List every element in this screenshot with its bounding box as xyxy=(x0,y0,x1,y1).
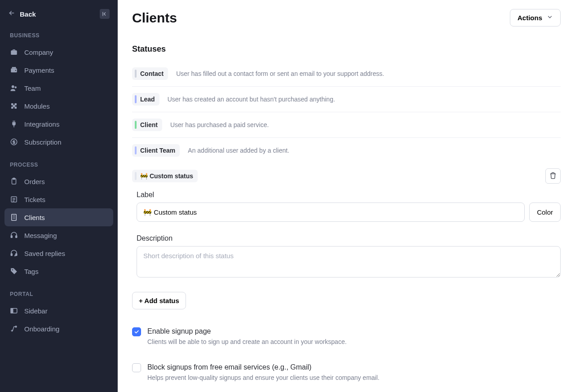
svg-point-15 xyxy=(12,269,13,270)
sidebar-item-label: Messaging xyxy=(24,232,57,239)
route-icon xyxy=(10,325,18,333)
svg-rect-12 xyxy=(16,236,17,238)
color-picker-button[interactable]: Color xyxy=(529,203,561,222)
sidebar-item-label: Onboarding xyxy=(24,325,59,333)
back-label: Back xyxy=(20,10,36,18)
sidebar-item-subscription[interactable]: Subscription xyxy=(4,133,113,151)
sidebar-section-header: BUSINESS xyxy=(4,22,113,43)
status-name: Contact xyxy=(140,70,164,77)
sidebar-item-onboarding[interactable]: Onboarding xyxy=(4,320,113,338)
note-icon xyxy=(10,195,18,203)
svg-rect-5 xyxy=(13,126,14,128)
reply-icon xyxy=(10,249,18,257)
page-header: Clients Actions xyxy=(132,9,561,26)
headset-icon xyxy=(10,231,18,239)
checkbox-title: Enable signup page xyxy=(147,327,347,335)
label-field-label: Label xyxy=(137,191,561,199)
sidebar-item-label: Team xyxy=(24,84,41,92)
clipboard-icon xyxy=(10,177,18,185)
sidebar-item-label: Payments xyxy=(24,66,54,74)
sidebar-item-saved-replies[interactable]: Saved replies xyxy=(4,244,113,262)
sidebar-item-orders[interactable]: Orders xyxy=(4,172,113,190)
sidebar-item-sidebar[interactable]: Sidebar xyxy=(4,302,113,320)
sidebar-item-label: Tickets xyxy=(24,196,45,203)
wallet-icon xyxy=(10,66,18,74)
users-icon xyxy=(10,84,18,92)
sidebar-item-tags[interactable]: Tags xyxy=(4,262,113,280)
panel-icon xyxy=(10,307,18,315)
svg-point-4 xyxy=(15,86,17,88)
briefcase-icon xyxy=(10,48,18,56)
custom-status-pill: 🚧 Custom status xyxy=(132,170,198,182)
status-pill: Client Team xyxy=(132,144,180,157)
checkbox-title: Block signups from free email services (… xyxy=(147,363,380,371)
puzzle-icon xyxy=(10,102,18,110)
status-description: User has purchased a paid service. xyxy=(170,121,269,128)
status-pill: Lead xyxy=(132,93,159,106)
checkbox-subtitle: Helps prevent low-quality signups and en… xyxy=(147,374,380,381)
status-description: An additional user added by a client. xyxy=(188,147,289,154)
back-button[interactable]: Back xyxy=(4,6,113,22)
sidebar-item-label: Modules xyxy=(24,102,50,110)
svg-rect-8 xyxy=(13,178,15,180)
status-color-bar xyxy=(135,95,137,103)
custom-status-pill-label: 🚧 Custom status xyxy=(140,172,193,180)
svg-point-1 xyxy=(15,70,16,71)
status-color-bar xyxy=(135,146,137,154)
svg-rect-13 xyxy=(11,254,12,256)
status-description-input[interactable] xyxy=(137,246,561,277)
custom-status-editor: 🚧 Custom status Label Color Description … xyxy=(132,163,561,381)
sidebar-section-header: PROCESS xyxy=(4,151,113,172)
sidebar-item-label: Clients xyxy=(24,214,45,221)
status-name: Client Team xyxy=(140,147,175,154)
status-pill: Client xyxy=(132,119,162,131)
checkbox-subtitle: Clients will be able to sign up and crea… xyxy=(147,338,347,345)
status-pill: Contact xyxy=(132,67,168,80)
status-name: Client xyxy=(140,121,158,128)
sidebar-item-label: Integrations xyxy=(24,120,59,128)
sidebar-item-label: Orders xyxy=(24,178,45,185)
sidebar-item-label: Saved replies xyxy=(24,250,65,257)
sidebar-item-integrations[interactable]: Integrations xyxy=(4,115,113,133)
building-icon xyxy=(10,213,18,221)
sidebar-item-team[interactable]: Team xyxy=(4,79,113,97)
sidebar-item-label: Subscription xyxy=(24,138,62,146)
svg-point-3 xyxy=(12,85,14,88)
trash-icon xyxy=(549,172,557,181)
checkbox[interactable] xyxy=(132,327,141,336)
sidebar-item-modules[interactable]: Modules xyxy=(4,97,113,115)
sidebar-item-clients[interactable]: Clients xyxy=(4,208,113,226)
status-row[interactable]: ClientUser has purchased a paid service. xyxy=(132,112,561,138)
description-field-label: Description xyxy=(137,234,561,242)
actions-label: Actions xyxy=(518,14,542,22)
status-color-bar xyxy=(135,121,137,129)
status-row[interactable]: ContactUser has filled out a contact for… xyxy=(132,61,561,87)
status-name: Lead xyxy=(140,96,155,103)
tag-icon xyxy=(10,267,18,275)
add-status-button[interactable]: + Add status xyxy=(132,292,186,309)
delete-status-button[interactable] xyxy=(545,168,561,184)
sidebar-item-label: Company xyxy=(24,48,53,56)
sidebar-item-messaging[interactable]: Messaging xyxy=(4,226,113,244)
checkbox-row: Block signups from free email services (… xyxy=(132,363,561,381)
actions-dropdown[interactable]: Actions xyxy=(510,9,561,26)
chevron-down-icon xyxy=(547,14,553,22)
sidebar-section-header: PORTAL xyxy=(4,280,113,302)
page-title: Clients xyxy=(132,10,177,26)
dollar-circle-icon xyxy=(10,138,18,146)
checkbox[interactable] xyxy=(132,363,141,372)
status-label-input[interactable] xyxy=(137,203,525,222)
sidebar-item-label: Tags xyxy=(24,268,39,275)
status-row[interactable]: Client TeamAn additional user added by a… xyxy=(132,138,561,163)
status-row[interactable]: LeadUser has created an account but hasn… xyxy=(132,87,561,112)
sidebar: Back BUSINESSCompanyPaymentsTeamModulesI… xyxy=(0,0,118,392)
collapse-sidebar-button[interactable] xyxy=(100,9,110,19)
svg-rect-2 xyxy=(12,67,16,68)
svg-rect-17 xyxy=(11,308,13,313)
sidebar-item-company[interactable]: Company xyxy=(4,43,113,61)
custom-status-color-bar xyxy=(135,172,137,180)
svg-rect-10 xyxy=(12,214,17,220)
sidebar-item-tickets[interactable]: Tickets xyxy=(4,190,113,208)
sidebar-item-payments[interactable]: Payments xyxy=(4,61,113,79)
svg-rect-11 xyxy=(11,236,12,238)
